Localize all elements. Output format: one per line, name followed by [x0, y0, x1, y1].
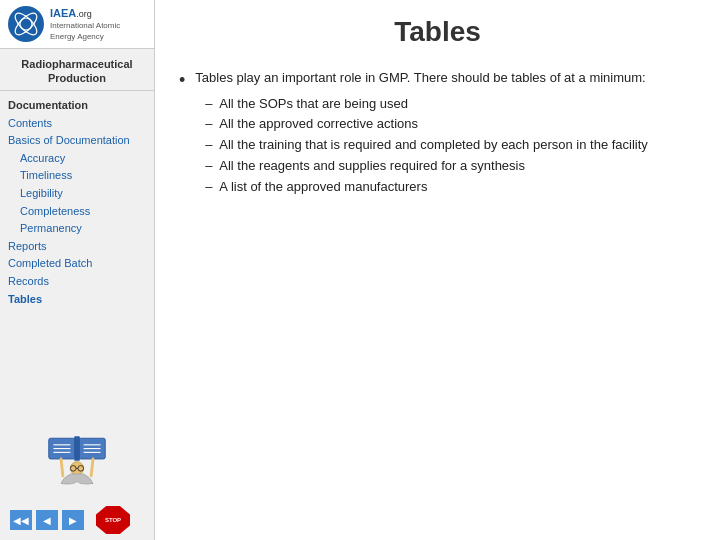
next-button[interactable]: ▶ [62, 510, 84, 530]
list-item: All the approved corrective actions [205, 114, 696, 135]
nav-basics[interactable]: Basics of Documentation [8, 132, 146, 150]
nav-completed-batch[interactable]: Completed Batch [8, 255, 146, 273]
intro-paragraph: Tables play an important role in GMP. Th… [195, 68, 696, 88]
page-title: Tables [179, 16, 696, 48]
nav-records[interactable]: Records [8, 273, 146, 291]
first-button[interactable]: ◀◀ [10, 510, 32, 530]
list-item: All the training that is required and co… [205, 135, 696, 156]
nav-tables[interactable]: Tables [8, 291, 146, 309]
nav-accuracy[interactable]: Accuracy [8, 150, 146, 168]
sidebar-icon-area [0, 400, 154, 500]
nav-section-title: Documentation [8, 99, 146, 111]
sidebar: IAEA.org International Atomic Energy Age… [0, 0, 155, 540]
stop-button[interactable]: STOP [96, 506, 130, 534]
list-item: All the SOPs that are being used [205, 94, 696, 115]
nav-legibility[interactable]: Legibility [8, 185, 146, 203]
iaea-logo [8, 6, 44, 42]
svg-line-15 [91, 459, 93, 476]
nav-section: Documentation Contents Basics of Documen… [0, 91, 154, 400]
nav-contents[interactable]: Contents [8, 115, 146, 133]
sidebar-nav-buttons: ◀◀ ◀ ▶ STOP [0, 500, 154, 540]
nav-timeliness[interactable]: Timeliness [8, 167, 146, 185]
nav-permanency[interactable]: Permanency [8, 220, 146, 238]
main-content: Tables • Tables play an important role i… [155, 0, 720, 540]
main-list: All the SOPs that are being used All the… [195, 94, 696, 198]
nav-completeness[interactable]: Completeness [8, 203, 146, 221]
svg-rect-6 [74, 436, 80, 460]
svg-line-14 [61, 459, 63, 476]
content-text: Tables play an important role in GMP. Th… [195, 68, 696, 201]
reading-illustration-icon [42, 410, 112, 490]
sidebar-header: IAEA.org International Atomic Energy Age… [0, 0, 154, 49]
logo-text: IAEA.org International Atomic Energy Age… [50, 7, 146, 42]
org-title: Radiopharmaceutical Production [0, 49, 154, 91]
bullet-icon: • [179, 68, 185, 201]
list-item: All the reagents and supplies required f… [205, 156, 696, 177]
nav-reports[interactable]: Reports [8, 238, 146, 256]
list-item: A list of the approved manufacturers [205, 177, 696, 198]
prev-button[interactable]: ◀ [36, 510, 58, 530]
content-body: • Tables play an important role in GMP. … [179, 68, 696, 201]
